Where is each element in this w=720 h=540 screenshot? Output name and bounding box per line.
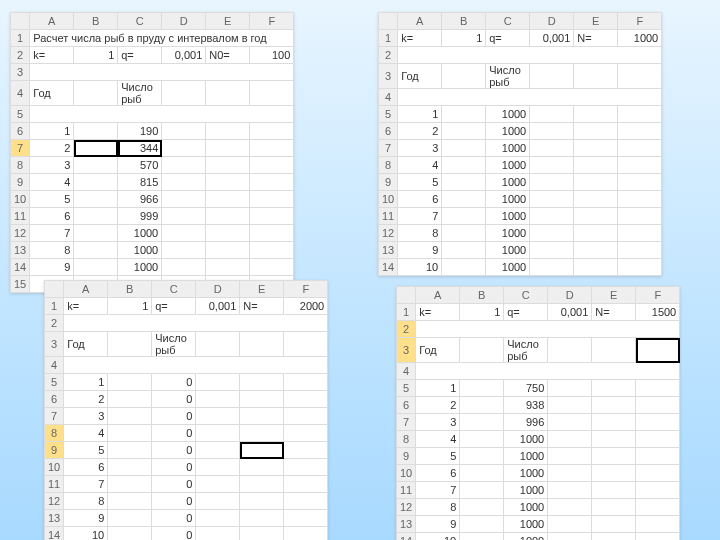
cell[interactable]: 1500 [636,304,680,321]
row-header[interactable]: 11 [379,208,398,225]
cell[interactable]: 0 [152,425,196,442]
cell[interactable] [398,89,662,106]
row-header[interactable]: 8 [379,157,398,174]
cell[interactable]: 1000 [118,225,162,242]
corner-cell[interactable] [397,287,416,304]
col-header[interactable]: E [206,13,250,30]
row-header[interactable]: 13 [45,510,64,527]
row-header[interactable]: 6 [379,123,398,140]
table-row[interactable]: 840 [45,425,328,442]
cell[interactable]: 1000 [618,30,662,47]
row-header[interactable]: 9 [11,174,30,191]
row-header[interactable]: 7 [379,140,398,157]
cell[interactable]: 7 [64,476,108,493]
table-row[interactable]: 1 Расчет числа рыб в пруду с интервалом … [11,30,294,47]
table-row[interactable]: 5 [11,106,294,123]
col-header[interactable]: D [530,13,574,30]
col-header[interactable]: C [118,13,162,30]
cell[interactable]: 1000 [486,225,530,242]
cell[interactable]: 100 [250,47,294,64]
table-row[interactable]: 83570 [11,157,294,174]
row-header[interactable]: 9 [45,442,64,459]
cell[interactable]: 815 [118,174,162,191]
cell[interactable]: q= [486,30,530,47]
cell[interactable]: 9 [416,516,460,533]
cell[interactable]: 5 [64,442,108,459]
cell[interactable]: 1000 [486,191,530,208]
cell[interactable]: 3 [30,157,74,174]
row-header[interactable]: 9 [397,448,416,465]
cell[interactable]: Год [398,64,442,89]
table-row[interactable]: 731000 [379,140,662,157]
cell[interactable]: 938 [504,397,548,414]
cell[interactable]: q= [152,298,196,315]
row-header[interactable]: 2 [379,47,398,64]
table-row[interactable]: 841000 [397,431,680,448]
cell[interactable] [64,315,328,332]
row-header[interactable]: 4 [45,357,64,374]
table-row[interactable]: 951000 [397,448,680,465]
cell[interactable]: 0,001 [162,47,206,64]
cell[interactable]: 2 [30,140,74,157]
row-header[interactable]: 3 [11,64,30,81]
cell[interactable]: 8 [416,499,460,516]
cell[interactable]: 1000 [486,106,530,123]
row-header[interactable]: 15 [11,276,30,293]
cell[interactable]: Год [30,81,74,106]
table-row[interactable]: 1390 [45,510,328,527]
cell[interactable] [74,140,118,157]
cell[interactable] [206,81,250,106]
row-header[interactable]: 11 [11,208,30,225]
cell[interactable]: Число рыб [152,332,196,357]
row-header[interactable]: 8 [397,431,416,448]
spreadsheet-grid[interactable]: A B C D E F 1 Расчет числа рыб в пруду с… [10,12,294,293]
col-header[interactable]: A [64,281,108,298]
col-header[interactable]: D [196,281,240,298]
cell[interactable]: q= [504,304,548,321]
row-header[interactable]: 2 [397,321,416,338]
table-row[interactable]: 62938 [397,397,680,414]
table-row[interactable]: 1170 [45,476,328,493]
row-header[interactable]: 10 [379,191,398,208]
table-row[interactable]: 511000 [379,106,662,123]
cell[interactable]: 0,001 [196,298,240,315]
col-header[interactable]: F [284,281,328,298]
row-header[interactable]: 2 [11,47,30,64]
cell[interactable] [74,123,118,140]
table-row[interactable]: 2 [379,47,662,64]
cell[interactable]: 8 [398,225,442,242]
col-header[interactable]: F [636,287,680,304]
table-row[interactable]: 94815 [11,174,294,191]
row-header[interactable]: 10 [11,191,30,208]
col-header[interactable]: A [30,13,74,30]
cell[interactable]: k= [30,47,74,64]
row-header[interactable]: 12 [11,225,30,242]
cell[interactable]: 344 [118,140,162,157]
cell[interactable]: 7 [30,225,74,242]
cell[interactable]: 1000 [486,208,530,225]
cell[interactable]: 5 [398,174,442,191]
table-row[interactable]: 730 [45,408,328,425]
row-header[interactable]: 12 [45,493,64,510]
row-header[interactable]: 14 [397,533,416,541]
row-header[interactable]: 7 [45,408,64,425]
spreadsheet-grid[interactable]: A B C D E F 1 k= 1 q= 0,001 N= 1000 2 3 … [378,12,662,276]
table-row[interactable]: 1 k= 1 q= 0,001 N= 2000 [45,298,328,315]
cell[interactable]: 2 [416,397,460,414]
cell[interactable]: 0 [152,510,196,527]
cell[interactable]: 1000 [504,431,548,448]
cell[interactable]: 996 [504,414,548,431]
cell[interactable]: 8 [30,242,74,259]
title-cell[interactable]: Расчет числа рыб в пруду с интервалом в … [30,30,294,47]
table-row[interactable]: 2 [397,321,680,338]
col-header[interactable]: C [486,13,530,30]
table-row[interactable]: 951000 [379,174,662,191]
row-header[interactable]: 7 [397,414,416,431]
row-header[interactable]: 14 [379,259,398,276]
table-row[interactable]: 4 [379,89,662,106]
table-row[interactable]: 14101000 [397,533,680,541]
cell[interactable]: 1000 [486,140,530,157]
cell[interactable]: 0 [152,493,196,510]
row-header[interactable]: 8 [45,425,64,442]
row-header[interactable]: 5 [379,106,398,123]
